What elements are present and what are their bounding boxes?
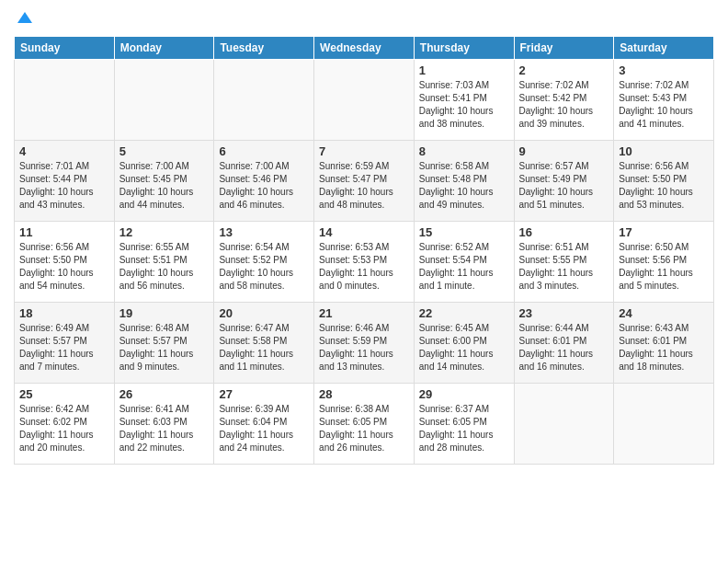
header-sunday: Sunday — [15, 37, 115, 60]
day-number: 18 — [19, 306, 109, 320]
day-number: 16 — [519, 225, 609, 239]
day-number: 3 — [619, 63, 709, 77]
calendar-cell: 2Sunrise: 7:02 AMSunset: 5:42 PMDaylight… — [514, 60, 614, 141]
calendar-cell: 14Sunrise: 6:53 AMSunset: 5:53 PMDayligh… — [314, 222, 415, 303]
day-number: 21 — [319, 306, 409, 320]
calendar-cell — [214, 60, 314, 141]
calendar-cell: 16Sunrise: 6:51 AMSunset: 5:55 PMDayligh… — [514, 222, 614, 303]
day-number: 8 — [419, 144, 509, 158]
day-info: Sunrise: 7:03 AMSunset: 5:41 PMDaylight:… — [419, 79, 509, 131]
calendar-cell: 21Sunrise: 6:46 AMSunset: 5:59 PMDayligh… — [314, 303, 415, 384]
day-info: Sunrise: 6:47 AMSunset: 5:58 PMDaylight:… — [219, 322, 309, 373]
day-number: 5 — [119, 144, 210, 158]
day-info: Sunrise: 7:00 AMSunset: 5:46 PMDaylight:… — [219, 160, 309, 212]
calendar-cell: 5Sunrise: 7:00 AMSunset: 5:45 PMDaylight… — [114, 141, 214, 222]
calendar-week-3: 11Sunrise: 6:56 AMSunset: 5:50 PMDayligh… — [15, 222, 714, 303]
day-info: Sunrise: 6:58 AMSunset: 5:48 PMDaylight:… — [419, 160, 509, 212]
calendar-week-1: 1Sunrise: 7:03 AMSunset: 5:41 PMDaylight… — [15, 60, 714, 141]
day-number: 22 — [419, 306, 509, 320]
day-number: 17 — [619, 225, 709, 239]
calendar-cell: 17Sunrise: 6:50 AMSunset: 5:56 PMDayligh… — [614, 222, 714, 303]
day-info: Sunrise: 6:37 AMSunset: 6:05 PMDaylight:… — [419, 403, 509, 454]
day-number: 15 — [419, 225, 509, 239]
svg-marker-0 — [17, 12, 32, 23]
day-info: Sunrise: 6:41 AMSunset: 6:03 PMDaylight:… — [119, 403, 210, 454]
day-info: Sunrise: 6:45 AMSunset: 6:00 PMDaylight:… — [419, 322, 509, 373]
calendar-cell — [114, 60, 214, 141]
day-info: Sunrise: 6:53 AMSunset: 5:53 PMDaylight:… — [319, 241, 409, 293]
calendar-cell: 12Sunrise: 6:55 AMSunset: 5:51 PMDayligh… — [114, 222, 214, 303]
calendar-week-5: 25Sunrise: 6:42 AMSunset: 6:02 PMDayligh… — [15, 384, 714, 465]
day-info: Sunrise: 6:57 AMSunset: 5:49 PMDaylight:… — [519, 160, 609, 212]
calendar-cell — [314, 60, 415, 141]
day-number: 14 — [319, 225, 409, 239]
day-info: Sunrise: 6:48 AMSunset: 5:57 PMDaylight:… — [119, 322, 210, 373]
day-info: Sunrise: 6:55 AMSunset: 5:51 PMDaylight:… — [119, 241, 210, 293]
calendar-week-2: 4Sunrise: 7:01 AMSunset: 5:44 PMDaylight… — [15, 141, 714, 222]
header-wednesday: Wednesday — [314, 37, 415, 60]
calendar-cell: 18Sunrise: 6:49 AMSunset: 5:57 PMDayligh… — [15, 303, 115, 384]
day-number: 7 — [319, 144, 409, 158]
day-number: 12 — [119, 225, 210, 239]
day-number: 28 — [319, 387, 409, 401]
calendar-cell: 27Sunrise: 6:39 AMSunset: 6:04 PMDayligh… — [214, 384, 314, 465]
day-number: 2 — [519, 63, 609, 77]
day-info: Sunrise: 6:52 AMSunset: 5:54 PMDaylight:… — [419, 241, 509, 293]
calendar-cell: 8Sunrise: 6:58 AMSunset: 5:48 PMDaylight… — [414, 141, 514, 222]
header-saturday: Saturday — [614, 37, 714, 60]
calendar-cell: 23Sunrise: 6:44 AMSunset: 6:01 PMDayligh… — [514, 303, 614, 384]
calendar-cell: 3Sunrise: 7:02 AMSunset: 5:43 PMDaylight… — [614, 60, 714, 141]
calendar-cell: 15Sunrise: 6:52 AMSunset: 5:54 PMDayligh… — [414, 222, 514, 303]
calendar-cell: 24Sunrise: 6:43 AMSunset: 6:01 PMDayligh… — [614, 303, 714, 384]
calendar-cell: 19Sunrise: 6:48 AMSunset: 5:57 PMDayligh… — [114, 303, 214, 384]
calendar-cell — [15, 60, 115, 141]
day-info: Sunrise: 6:39 AMSunset: 6:04 PMDaylight:… — [219, 403, 309, 454]
day-number: 27 — [219, 387, 309, 401]
header-friday: Friday — [514, 37, 614, 60]
logo-icon — [16, 10, 34, 29]
day-number: 9 — [519, 144, 609, 158]
calendar-cell: 10Sunrise: 6:56 AMSunset: 5:50 PMDayligh… — [614, 141, 714, 222]
day-number: 10 — [619, 144, 709, 158]
calendar-cell: 6Sunrise: 7:00 AMSunset: 5:46 PMDaylight… — [214, 141, 314, 222]
day-info: Sunrise: 6:38 AMSunset: 6:05 PMDaylight:… — [319, 403, 409, 454]
day-number: 4 — [19, 144, 109, 158]
day-info: Sunrise: 6:59 AMSunset: 5:47 PMDaylight:… — [319, 160, 409, 212]
day-info: Sunrise: 6:56 AMSunset: 5:50 PMDaylight:… — [619, 160, 709, 212]
calendar-cell: 13Sunrise: 6:54 AMSunset: 5:52 PMDayligh… — [214, 222, 314, 303]
day-number: 1 — [419, 63, 509, 77]
day-info: Sunrise: 7:00 AMSunset: 5:45 PMDaylight:… — [119, 160, 210, 212]
day-number: 19 — [119, 306, 210, 320]
calendar-cell: 7Sunrise: 6:59 AMSunset: 5:47 PMDaylight… — [314, 141, 415, 222]
day-number: 29 — [419, 387, 509, 401]
calendar-cell: 4Sunrise: 7:01 AMSunset: 5:44 PMDaylight… — [15, 141, 115, 222]
day-info: Sunrise: 6:50 AMSunset: 5:56 PMDaylight:… — [619, 241, 709, 293]
calendar-cell: 26Sunrise: 6:41 AMSunset: 6:03 PMDayligh… — [114, 384, 214, 465]
calendar-cell: 1Sunrise: 7:03 AMSunset: 5:41 PMDaylight… — [414, 60, 514, 141]
calendar-cell: 11Sunrise: 6:56 AMSunset: 5:50 PMDayligh… — [15, 222, 115, 303]
day-info: Sunrise: 7:02 AMSunset: 5:42 PMDaylight:… — [519, 79, 609, 131]
day-number: 20 — [219, 306, 309, 320]
calendar-cell: 20Sunrise: 6:47 AMSunset: 5:58 PMDayligh… — [214, 303, 314, 384]
calendar-cell: 22Sunrise: 6:45 AMSunset: 6:00 PMDayligh… — [414, 303, 514, 384]
day-number: 23 — [519, 306, 609, 320]
calendar-week-4: 18Sunrise: 6:49 AMSunset: 5:57 PMDayligh… — [15, 303, 714, 384]
day-info: Sunrise: 6:51 AMSunset: 5:55 PMDaylight:… — [519, 241, 609, 293]
day-number: 6 — [219, 144, 309, 158]
day-number: 11 — [19, 225, 109, 239]
day-info: Sunrise: 6:46 AMSunset: 5:59 PMDaylight:… — [319, 322, 409, 373]
page-header — [14, 9, 714, 29]
day-info: Sunrise: 7:01 AMSunset: 5:44 PMDaylight:… — [19, 160, 109, 212]
calendar-table: SundayMondayTuesdayWednesdayThursdayFrid… — [14, 36, 714, 465]
header-tuesday: Tuesday — [214, 37, 314, 60]
day-info: Sunrise: 6:44 AMSunset: 6:01 PMDaylight:… — [519, 322, 609, 373]
calendar-cell: 25Sunrise: 6:42 AMSunset: 6:02 PMDayligh… — [15, 384, 115, 465]
day-info: Sunrise: 6:42 AMSunset: 6:02 PMDaylight:… — [19, 403, 109, 454]
calendar-header-row: SundayMondayTuesdayWednesdayThursdayFrid… — [15, 37, 714, 60]
calendar-cell: 29Sunrise: 6:37 AMSunset: 6:05 PMDayligh… — [414, 384, 514, 465]
day-info: Sunrise: 6:54 AMSunset: 5:52 PMDaylight:… — [219, 241, 309, 293]
day-number: 13 — [219, 225, 309, 239]
header-thursday: Thursday — [414, 37, 514, 60]
day-info: Sunrise: 6:49 AMSunset: 5:57 PMDaylight:… — [19, 322, 109, 373]
calendar-cell — [614, 384, 714, 465]
